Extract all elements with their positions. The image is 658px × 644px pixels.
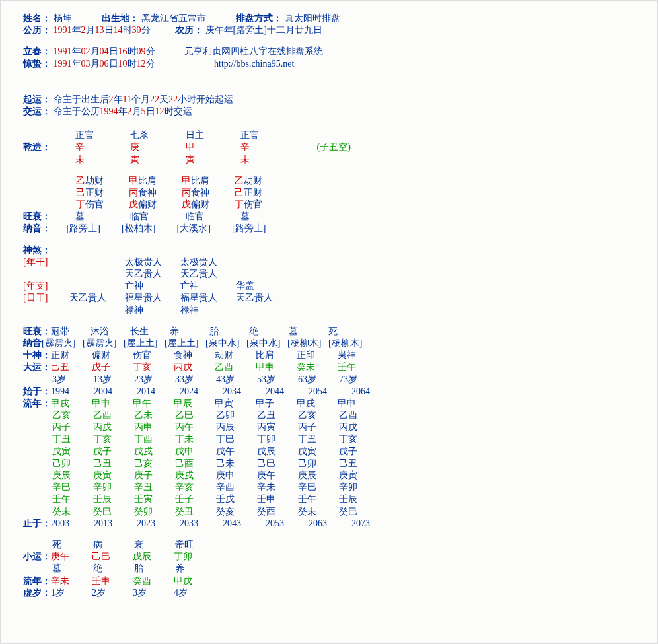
pillar-wangshuai: 旺衰： 墓 临官 临官 墓 (23, 211, 635, 223)
birthplace: 黑龙江省五常市 (141, 13, 234, 24)
dayun-start: 始于：19942004201420242034204420542064 (23, 386, 635, 398)
pillar-nayin: 纳音： [路旁土] [松柏木] [大溪水] [路旁土] (23, 223, 635, 234)
pillar-branches: 未 寅 寅 未 (23, 154, 635, 166)
row-qiyun: 起运： 命主于出生后2年11个月22天22小时开始起运 (23, 94, 635, 106)
row-lichun: 立春： 1991年02月04日16时09分 元亨利贞网四柱八字在线排盘系统 (23, 46, 635, 57)
shensha-title: 神煞： (23, 245, 51, 255)
shensha-rows: [年干]太极贵人太极贵人天乙贵人天乙贵人[年支]亡神亡神华盖[日干]天乙贵人福星… (23, 256, 635, 316)
dayun-end: 止于：20032013202320332043205320632073 (23, 518, 635, 530)
dayun-age: 3岁13岁23岁33岁43岁53岁63岁73岁 (23, 374, 635, 386)
mode: 真太阳时排盘 (285, 13, 340, 23)
name: 杨坤 (54, 13, 100, 24)
site1: 元亨利贞网四柱八字在线排盘系统 (184, 46, 323, 56)
xy-xs: 虚岁：1岁2岁3岁4岁 (23, 587, 635, 599)
dayun-sg: 十神：正财偏财伤官食神劫财比肩正印枭神 (23, 349, 635, 361)
row-jingzhe: 惊蛰： 1991年03月06日10时12分 http://bbs.china95… (23, 58, 635, 70)
lunar: 庚午年[路旁土]十二月廿九日 (205, 25, 322, 35)
hidden-stem-rows: 乙劫财甲比肩甲比肩乙劫财己正财丙食神丙食神己正财丁伤官戊偏财戊偏财丁伤官 (23, 175, 635, 211)
dayun-dy: 大运：己丑戊子丁亥丙戌乙酉甲申癸未壬午 (23, 361, 635, 373)
row-solar: 公历： 1991年2月13日14时30分 农历： 庚午年[路旁土]十二月廿九日 (23, 24, 635, 36)
xy-xy: 小运：庚午己巳戊辰丁卯 (23, 551, 635, 563)
dayun-ws: 旺衰：冠带沐浴长生养胎绝墓死 (23, 326, 635, 338)
site-link[interactable]: http://bbs.china95.net (214, 59, 294, 69)
pillar-stems: 乾造： 辛 庚 甲 辛 (子丑空) (23, 141, 635, 153)
void: (子丑空) (317, 142, 351, 152)
xy-st: 墓绝胎养 (23, 563, 635, 575)
row-jiaoyun: 交运： 命主于公历1994年2月5日12时交运 (23, 106, 635, 118)
row-name: 姓名： 杨坤 出生地： 黑龙江省五常市 排盘方式： 真太阳时排盘 (23, 13, 635, 24)
pillar-tengods: 正官 七杀 日主 正官 (23, 129, 635, 141)
xy-ws: 死病衰帝旺 (23, 539, 635, 551)
liunian-rows: 流年：甲戌甲申甲午甲辰甲寅甲子甲戌甲申乙亥乙酉乙未乙巳乙卯乙丑乙亥乙酉丙子丙戌丙… (23, 398, 635, 518)
dayun-ny: 纳音[霹雳火][霹雳火][屋上土][屋上土][泉中水][泉中水][杨柳木][杨柳… (23, 338, 635, 349)
xy-ln: 流年：辛未壬申癸酉甲戌 (23, 575, 635, 587)
